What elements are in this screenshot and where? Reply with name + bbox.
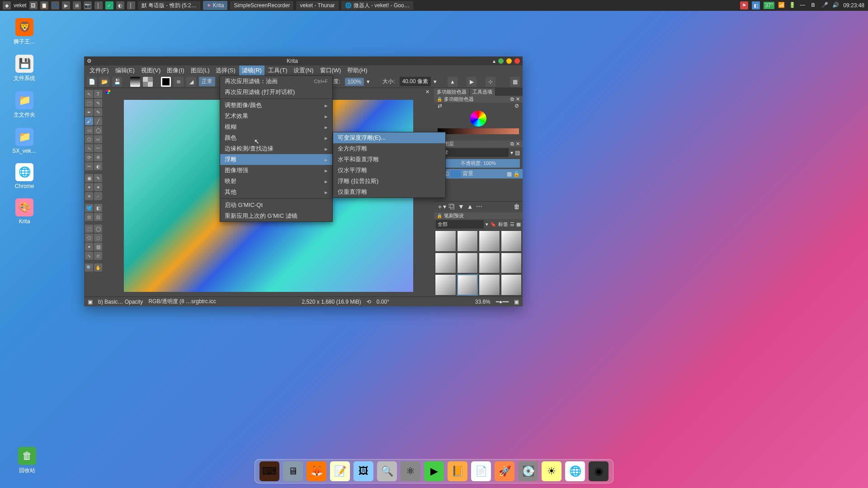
filter-icon[interactable]: ▤ <box>515 150 520 156</box>
move-down-icon[interactable]: ▼ <box>458 203 464 211</box>
circ-select-icon[interactable]: ◯ <box>94 225 102 233</box>
dropdown-icon[interactable]: ▾ <box>434 78 437 85</box>
battery-icon[interactable]: 🔋 <box>789 2 796 9</box>
polyline-tool-icon[interactable]: ⩙ <box>94 135 102 143</box>
rect-tool-icon[interactable]: ▭ <box>85 126 93 134</box>
swatch-icon[interactable] <box>161 77 171 87</box>
delete-layer-icon[interactable]: 🗑 <box>514 203 520 211</box>
color-picker-panel[interactable]: ⇄⊘ <box>434 103 523 134</box>
submenu-item-v-only[interactable]: 仅垂直浮雕 <box>333 187 445 197</box>
desktop-icon-sx[interactable]: 📁SX_vek… <box>6 128 42 154</box>
tb-icon-5[interactable]: 🖥 <box>73 1 81 9</box>
dock-files-icon[interactable]: 🖥 <box>283 461 303 481</box>
wifi-icon[interactable]: 📶 <box>778 2 785 9</box>
brush-preset[interactable] <box>457 230 478 252</box>
pattern-edit-icon[interactable]: ✎ <box>94 108 102 116</box>
menu-file[interactable]: 文件(F) <box>87 66 112 75</box>
fill-tool-icon[interactable]: 🪣 <box>85 204 93 212</box>
menu-edit[interactable]: 编辑(E) <box>113 66 137 75</box>
status-icon[interactable]: ▣ <box>88 299 93 305</box>
submenu-item-hv[interactable]: 水平和垂直浮雕 <box>333 154 445 165</box>
ref-icon[interactable]: ✦ <box>94 183 102 191</box>
float-icon[interactable]: ⧉ <box>510 141 514 147</box>
brush-filter-select[interactable]: 全部 <box>436 220 484 229</box>
tb-icon-6[interactable]: 📷 <box>84 1 92 9</box>
multi-brush-icon[interactable]: ✲ <box>94 153 102 161</box>
blend-mode[interactable]: 正常 <box>199 77 215 86</box>
minimize-icon[interactable]: ▴ <box>493 58 495 64</box>
pattern-icon[interactable] <box>143 77 153 87</box>
eraser-toggle-icon[interactable]: ◢ <box>186 77 196 87</box>
maximize-button[interactable] <box>506 58 512 64</box>
layer-item[interactable]: 👁 ☑ 背景 ▦ 🔒 <box>434 169 523 178</box>
measure-icon[interactable]: ⟋ <box>94 192 102 200</box>
move-up-icon[interactable]: ▲ <box>467 203 473 211</box>
brush-preset[interactable] <box>501 253 522 274</box>
volume-icon[interactable]: 🔊 <box>832 2 840 9</box>
size-value[interactable]: 40.00 像素 <box>400 77 431 86</box>
layer-props-icon[interactable]: ⋯ <box>476 203 482 211</box>
brush-preset[interactable] <box>479 274 500 296</box>
workspace-icon[interactable]: ▦ <box>510 77 520 87</box>
desktop-icon-filesystem[interactable]: 💾文件系统 <box>6 55 42 82</box>
submenu-item-all-directions[interactable]: 全方向浮雕 <box>333 143 445 154</box>
float-icon[interactable]: ⧉ <box>510 96 514 102</box>
add-layer-icon[interactable]: ＋▾ <box>437 203 446 211</box>
tag-icon[interactable]: 🔖 <box>490 221 496 227</box>
tb-icon-2[interactable]: 📋 <box>40 1 48 9</box>
color-history-strip[interactable] <box>438 128 519 134</box>
menu-item-artistic[interactable]: 艺术效果▸ <box>220 111 332 122</box>
lock-icon[interactable]: 🔒 <box>437 97 442 102</box>
brush-preset[interactable] <box>435 253 456 274</box>
save-icon[interactable]: 💾 <box>112 77 122 87</box>
crop2-icon[interactable]: ▣ <box>85 174 93 182</box>
menu-item-adjust[interactable]: 调整图像/颜色▸ <box>220 100 332 111</box>
menu-help[interactable]: 帮助(H) <box>344 66 370 75</box>
tb-icon-4[interactable]: ▶ <box>62 1 70 9</box>
transform-tool-icon[interactable]: ⬚ <box>85 99 93 107</box>
dock-terminal-icon[interactable]: ⌨ <box>259 461 279 481</box>
menu-item-enhance[interactable]: 图像增强▸ <box>220 165 332 176</box>
menu-view[interactable]: 视图(V) <box>138 66 163 75</box>
tray-color-icon[interactable]: ◧ <box>752 1 760 9</box>
taskbar-item[interactable]: ✦Krita <box>203 1 228 10</box>
close-panel-icon[interactable]: ✕ <box>516 141 520 147</box>
menu-item-emboss[interactable]: 浮雕▸ <box>220 154 332 165</box>
menu-item-gmic[interactable]: 启动 G'MIC-Qt <box>220 200 332 211</box>
menu-item-color[interactable]: 颜色▸ <box>220 132 332 143</box>
dock-notes-icon[interactable]: 📝 <box>330 461 350 481</box>
taskbar-item[interactable]: veket - Thunar <box>296 1 338 10</box>
deform-tool-icon[interactable]: ◐ <box>94 162 102 170</box>
desktop-icon-chrome[interactable]: 🌐Chrome <box>6 163 42 189</box>
desktop-icon-home[interactable]: 📁主文件夹 <box>6 91 42 119</box>
dynamic-brush-icon[interactable]: ⟳ <box>85 153 93 161</box>
pan-tool-icon[interactable]: ✋ <box>94 263 102 272</box>
sample-icon[interactable]: ⊙ <box>85 213 93 221</box>
poly-select-icon[interactable]: ⬠ <box>85 234 93 242</box>
open-icon[interactable]: 📂 <box>99 77 109 87</box>
tb-icon-8[interactable]: ✓ <box>105 1 113 9</box>
desktop-icon-brave[interactable]: 🦁狮子王… <box>6 18 42 46</box>
brush-preset[interactable] <box>435 230 456 252</box>
fit-icon[interactable]: ▣ <box>514 299 519 305</box>
polygon-tool-icon[interactable]: ⬠ <box>85 135 93 143</box>
crop-tool-icon[interactable]: ✂ <box>85 162 93 170</box>
submenu-item-laplacian[interactable]: 浮雕 (拉普拉斯) <box>333 176 445 187</box>
mirror-v-icon[interactable]: ▶ <box>467 77 476 87</box>
layer-opacity-field[interactable]: 不透明度: 100% <box>437 159 520 168</box>
opacity-value[interactable]: 100% <box>345 78 364 86</box>
color-wheel[interactable] <box>470 111 486 127</box>
menu-item-edge[interactable]: 边缘检测/查找边缘▸ <box>220 143 332 154</box>
move-tool-icon[interactable]: ↖ <box>85 90 93 98</box>
freehand-path-icon[interactable]: 〰 <box>94 144 102 152</box>
dock-search-icon[interactable]: 🔍 <box>377 461 397 481</box>
menu-select[interactable]: 选择(S) <box>213 66 238 75</box>
panel-tab-tooloptions[interactable]: 工具选项 <box>470 88 495 96</box>
wrap-icon[interactable]: ⊹ <box>486 77 495 87</box>
dup-layer-icon[interactable]: ⿻ <box>449 203 455 211</box>
minimize-button[interactable] <box>498 58 504 64</box>
mirror-h-icon[interactable]: ▲ <box>448 77 458 87</box>
tray-icon[interactable]: — <box>800 2 807 9</box>
submenu-item-variable-depth[interactable]: 可变深度浮雕(E)... <box>333 132 445 143</box>
contig-select-icon[interactable]: ✦ <box>85 243 93 251</box>
